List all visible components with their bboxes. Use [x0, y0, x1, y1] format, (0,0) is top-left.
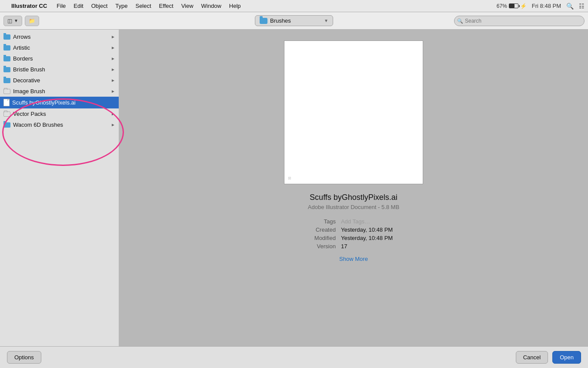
file-metadata: Tags Add Tags… Created Yesterday, 10:48 …: [308, 218, 399, 250]
battery-icon: [509, 3, 518, 8]
chevron-right-icon: ►: [111, 78, 115, 83]
grid-icon: ◫: [7, 18, 12, 24]
sidebar-item-vector-packs[interactable]: Vector Packs ►: [0, 108, 119, 119]
sidebar-item-label: Scuffs byGhostlyPixels.ai: [12, 99, 115, 106]
sidebar-item-label: Arrows: [13, 34, 108, 40]
view-toggle-chevron: ▼: [14, 18, 18, 23]
created-label: Created: [314, 226, 336, 233]
search-icon: 🔍: [457, 18, 463, 24]
app-name[interactable]: Illustrator CC: [8, 2, 50, 10]
folder-icon: [3, 78, 10, 83]
file-preview: ⊠: [284, 41, 423, 184]
menu-edit[interactable]: Edit: [70, 2, 87, 10]
version-value: 17: [341, 243, 393, 250]
folder-up-button[interactable]: 📁: [25, 16, 39, 26]
sidebar-item-image-brush[interactable]: Image Brush ►: [0, 86, 119, 97]
folder-icon: [3, 89, 10, 94]
menu-help[interactable]: Help: [226, 2, 244, 10]
breadcrumb-button[interactable]: Brushes ▼: [255, 15, 333, 26]
chevron-right-icon: ►: [111, 122, 115, 127]
modified-value: Yesterday, 10:48 PM: [341, 235, 393, 241]
main-layout: Arrows ► Artistic ► Borders ► Bristle Br…: [0, 30, 588, 346]
search-menu-icon[interactable]: 🔍: [566, 3, 574, 10]
chevron-right-icon: ►: [111, 45, 115, 50]
menu-object[interactable]: Object: [88, 2, 111, 10]
sidebar-item-label: Decorative: [13, 77, 108, 84]
chevron-right-icon: ►: [111, 67, 115, 72]
menu-effect[interactable]: Effect: [156, 2, 177, 10]
folder-icon: [3, 45, 10, 51]
sidebar-item-label: Vector Packs: [13, 111, 108, 117]
chevron-right-icon: ►: [111, 34, 115, 39]
sidebar-item-label: Borders: [13, 55, 108, 62]
tags-value[interactable]: Add Tags…: [341, 218, 393, 225]
breadcrumb-label: Brushes: [270, 17, 291, 24]
bottom-right-buttons: Cancel Open: [516, 351, 581, 364]
folder-icon: [3, 56, 10, 61]
sidebar: Arrows ► Artistic ► Borders ► Bristle Br…: [0, 30, 119, 346]
list-icon[interactable]: ☷: [579, 3, 585, 10]
datetime: Fri 8:48 PM: [532, 3, 561, 9]
menubar-right: 67% ⚡ Fri 8:48 PM 🔍 ☷: [497, 3, 585, 10]
folder-icon: [3, 34, 10, 40]
chevron-right-icon: ►: [111, 89, 115, 94]
bottom-bar: Options Cancel Open: [0, 346, 588, 368]
sidebar-item-label: Image Brush: [13, 88, 108, 95]
file-info: Scuffs byGhostlyPixels.ai Adobe Illustra…: [308, 193, 399, 262]
sidebar-item-arrows[interactable]: Arrows ►: [0, 31, 119, 42]
folder-icon: [3, 67, 10, 72]
version-label: Version: [314, 243, 336, 250]
open-button[interactable]: Open: [552, 351, 581, 364]
file-name: Scuffs byGhostlyPixels.ai: [308, 193, 399, 202]
modified-label: Modified: [314, 235, 336, 241]
created-value: Yesterday, 10:48 PM: [341, 226, 393, 233]
menu-window[interactable]: Window: [198, 2, 225, 10]
sidebar-item-wacom[interactable]: Wacom 6D Brushes ►: [0, 119, 119, 130]
sidebar-item-artistic[interactable]: Artistic ►: [0, 42, 119, 53]
search-container: 🔍: [454, 16, 585, 26]
battery-info: 67% ⚡: [497, 3, 527, 9]
folder-up-icon: 📁: [29, 18, 35, 24]
battery-percent: 67%: [497, 3, 507, 9]
file-type: Adobe Illustrator Document - 5.8 MB: [308, 204, 399, 210]
toolbar: ◫ ▼ 📁 Brushes ▼ 🔍: [0, 12, 588, 30]
menubar: Illustrator CC File Edit Object Type Sel…: [0, 0, 588, 12]
menu-type[interactable]: Type: [112, 2, 131, 10]
chevron-right-icon: ►: [111, 111, 115, 116]
sidebar-item-decorative[interactable]: Decorative ►: [0, 75, 119, 86]
menu-select[interactable]: Select: [132, 2, 154, 10]
sidebar-item-borders[interactable]: Borders ►: [0, 53, 119, 64]
document-icon: [3, 99, 10, 106]
sidebar-item-label: Wacom 6D Brushes: [13, 122, 108, 128]
tags-label: Tags: [314, 218, 336, 225]
folder-icon: [3, 111, 10, 117]
preview-watermark: ⊠: [288, 176, 291, 180]
content-area: ⊠ Scuffs byGhostlyPixels.ai Adobe Illust…: [119, 30, 588, 346]
show-more-button[interactable]: Show More: [308, 256, 399, 262]
sidebar-item-scuffs[interactable]: Scuffs byGhostlyPixels.ai: [0, 97, 119, 108]
cancel-button[interactable]: Cancel: [516, 351, 548, 364]
sidebar-item-label: Bristle Brush: [13, 66, 108, 73]
menu-file[interactable]: File: [53, 2, 69, 10]
menu-view[interactable]: View: [178, 2, 197, 10]
options-button[interactable]: Options: [7, 351, 41, 364]
view-toggle-button[interactable]: ◫ ▼: [3, 16, 22, 26]
sidebar-item-label: Artistic: [13, 44, 108, 51]
folder-icon: [3, 122, 10, 128]
sidebar-item-bristle-brush[interactable]: Bristle Brush ►: [0, 64, 119, 75]
search-input[interactable]: [454, 16, 585, 26]
folder-icon: [260, 18, 267, 24]
chevron-right-icon: ►: [111, 56, 115, 61]
breadcrumb-chevron-icon: ▼: [324, 18, 328, 23]
